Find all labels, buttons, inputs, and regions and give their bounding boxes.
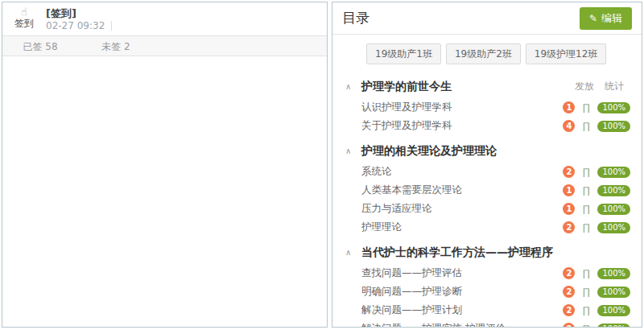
section-header: ∧ 当代护士的科学工作方法——护理程序 发放 统计 [344,245,630,259]
stats-column-header: 统计 [605,80,624,93]
stats-chart-icon: ∏ [580,185,592,196]
class-tab[interactable]: 19级助产1班 [366,43,441,64]
stats-chart-icon: ∏ [580,102,592,113]
lesson-status-cluster: 1 ∏ 100% [563,184,630,196]
collapse-caret-icon[interactable]: ∧ [344,82,361,91]
lesson-item[interactable]: 人类基本需要层次理论 1 ∏ 100% [344,181,630,200]
completion-percent-badge: 100% [597,185,630,196]
section-title: 护理的相关理论及护理理论 [361,143,497,158]
tab-count: 58 [45,41,57,52]
sign-in-title: [签到] [46,7,112,19]
lesson-title: 明确问题——护理诊断 [361,285,462,299]
sign-in-tab[interactable]: 未签 2 [78,36,154,56]
lesson-status-cluster: 2 ∏ 100% [563,323,630,328]
section-title: 当代护士的科学工作方法——护理程序 [361,245,553,259]
toc-header: 目录 ✎ 编辑 [332,2,642,35]
pencil-icon: ✎ [589,14,597,23]
section-items: 查找问题——护理评估 2 ∏ 100% 明确问题——护理诊断 2 ∏ 100% … [344,264,630,328]
class-tab-label: 19级助产2班 [455,48,512,60]
collapse-caret-icon[interactable]: ∧ [344,248,361,257]
lesson-item[interactable]: 查找问题——护理评估 2 ∏ 100% [344,264,630,282]
class-tab[interactable]: 19级护理12班 [526,43,607,64]
distribute-count-badge: 2 [563,267,575,279]
distribute-count-badge: 4 [563,120,575,132]
lesson-status-cluster: 1 ∏ 100% [563,203,630,215]
collapse-caret-icon[interactable]: ∧ [344,146,361,155]
lesson-item[interactable]: 解决问题——护理计划 2 ∏ 100% [344,301,630,320]
completion-percent-badge: 100% [597,167,630,178]
distribute-count-badge: 2 [563,166,575,178]
tab-label: 已签 [23,41,42,52]
lesson-status-cluster: 2 ∏ 100% [563,304,630,316]
class-tabs: 19级助产1班 19级助产2班 19级护理12班 [332,35,642,71]
toc-panel: 目录 ✎ 编辑 19级助产1班 19级助产2班 19级护理12班 ∧ 护理学的前… [332,2,642,328]
lesson-status-cluster: 2 ∏ 100% [563,221,630,233]
lesson-status-cluster: 2 ∏ 100% [563,267,630,279]
lesson-status-cluster: 2 ∏ 100% [563,286,630,298]
completion-percent-badge: 100% [597,287,630,298]
lesson-item[interactable]: 明确问题——护理诊断 2 ∏ 100% [344,282,630,301]
section-header: ∧ 护理学的前世今生 发放 统计 [344,79,630,93]
class-tab[interactable]: 19级助产2班 [446,43,521,64]
section-title: 护理学的前世今生 [361,79,452,93]
toc-sections: ∧ 护理学的前世今生 发放 统计 认识护理及护理学科 1 ∏ 100% 关于护理… [332,79,642,328]
stats-chart-icon: ∏ [580,121,592,132]
toc-section: ∧ 当代护士的科学工作方法——护理程序 发放 统计 查找问题——护理评估 2 ∏… [344,245,630,328]
lesson-title: 人类基本需要层次理论 [361,183,462,197]
edit-button[interactable]: ✎ 编辑 [580,7,632,30]
lesson-item[interactable]: 认识护理及护理学科 1 ∏ 100% [344,98,630,117]
lesson-status-cluster: 2 ∏ 100% [563,166,630,178]
distribute-count-badge: 1 [563,101,575,113]
distribute-count-badge: 2 [563,286,575,298]
distribute-column-header: 发放 [575,80,594,93]
class-tab-label: 19级助产1班 [375,48,432,60]
toc-title: 目录 [342,9,369,27]
lesson-title: 查找问题——护理评估 [361,266,462,280]
sign-in-tab[interactable]: 已签 58 [2,36,78,56]
sign-in-hand-icon: ☝ [10,6,38,18]
lesson-item[interactable]: 压力与适应理论 1 ∏ 100% [344,200,630,218]
lesson-title: 解决问题——护理实施 护理评价 [361,322,506,328]
toc-section: ∧ 护理的相关理论及护理理论 发放 统计 系统论 2 ∏ 100% 人类基本需要… [344,143,630,237]
tab-label: 未签 [101,41,121,52]
lesson-title: 解决问题——护理计划 [361,303,462,317]
completion-percent-badge: 100% [597,324,630,328]
completion-percent-badge: 100% [597,102,630,113]
class-tab-label: 19级护理12班 [535,48,598,60]
distribute-count-badge: 1 [563,184,575,196]
distribute-count-badge: 2 [563,221,575,233]
sign-in-tabs: 已签 58 未签 2 [2,36,327,56]
lesson-status-cluster: 1 ∏ 100% [563,101,630,113]
sign-in-panel: ☝ 签到 [签到] 02-27 09:32 已签 58 未签 2 [2,2,328,328]
toc-section: ∧ 护理学的前世今生 发放 统计 认识护理及护理学科 1 ∏ 100% 关于护理… [344,79,630,135]
lesson-title: 护理理论 [361,221,402,234]
section-header: ∧ 护理的相关理论及护理理论 发放 统计 [344,143,630,158]
section-items: 认识护理及护理学科 1 ∏ 100% 关于护理及护理学科 4 ∏ 100% [344,98,630,135]
lesson-title: 关于护理及护理学科 [361,119,452,133]
completion-percent-badge: 100% [597,204,630,215]
sign-in-icon-label: 签到 [10,18,38,29]
lesson-item[interactable]: 关于护理及护理学科 4 ∏ 100% [344,117,630,135]
completion-percent-badge: 100% [597,222,630,233]
edit-button-label: 编辑 [601,11,622,26]
stats-chart-icon: ∏ [580,287,592,298]
tab-count: 2 [124,41,130,52]
sign-in-timestamp: 02-27 09:32 [46,19,105,32]
sign-in-header: ☝ 签到 [签到] 02-27 09:32 [2,2,327,36]
column-headers: 发放 统计 [575,80,630,93]
sign-in-icon-block: ☝ 签到 [10,6,38,29]
lesson-item[interactable]: 系统论 2 ∏ 100% [344,163,630,181]
sign-in-title-block: [签到] 02-27 09:32 [46,6,112,32]
lesson-item[interactable]: 护理理论 2 ∏ 100% [344,218,630,237]
completion-percent-badge: 100% [597,121,630,132]
stats-chart-icon: ∏ [580,167,592,178]
lesson-item[interactable]: 解决问题——护理实施 护理评价 2 ∏ 100% [344,320,630,328]
distribute-count-badge: 1 [563,203,575,215]
stats-chart-icon: ∏ [580,324,592,328]
stats-chart-icon: ∏ [580,204,592,215]
completion-percent-badge: 100% [597,305,630,316]
lesson-title: 系统论 [361,165,392,179]
completion-percent-badge: 100% [597,268,630,279]
section-items: 系统论 2 ∏ 100% 人类基本需要层次理论 1 ∏ 100% 压力与适应理论… [344,163,630,237]
stats-chart-icon: ∏ [580,222,592,233]
